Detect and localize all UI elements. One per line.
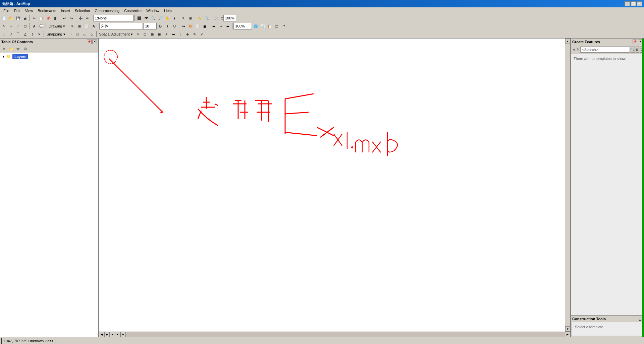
toc-list-by-visibility[interactable]: 👁 [15,46,21,52]
scroll-h-track[interactable] [126,332,565,337]
menu-bookmarks[interactable]: Bookmarks [36,8,58,13]
fill-color-btn[interactable]: 🎨 [187,23,194,29]
menu-view[interactable]: View [23,8,35,13]
font-color-btn[interactable]: A▾ [180,23,187,29]
snapping-dropdown[interactable]: Snapping ▾ [45,31,67,38]
open-button[interactable]: 📂 [8,15,14,21]
toc-close-btn[interactable]: ✕ [92,40,97,44]
draw-tool-2[interactable]: ⊞ [76,23,83,29]
toc-pin-btn[interactable]: 📌 [87,40,92,44]
draw-tool-1[interactable]: ↖ [69,23,76,29]
draw-callout-btn[interactable]: 💬 [38,23,45,29]
add-data-button[interactable]: ➕ [77,15,84,21]
sa-tool-9[interactable]: ✎ [191,31,198,38]
sa-tool-8[interactable]: ⊕ [184,31,191,38]
sa-tool-7[interactable]: ↕ [177,31,184,38]
zoom-out[interactable]: 🔎 [157,15,164,21]
sa-select-btn[interactable]: ↖ [135,31,142,38]
snap-tool-4[interactable]: ∠ [22,31,29,38]
outline-color-btn[interactable]: ⬜ [194,23,201,29]
zoom-dropdown[interactable]: 100% [223,15,236,21]
draw-tool-3[interactable]: ⬜ [83,23,90,29]
snap-tool-6[interactable]: ✕ [36,31,43,38]
menu-edit[interactable]: Edit [12,8,22,13]
print-button[interactable]: 🖨 [22,15,29,21]
toc-list-by-source[interactable]: 📁 [8,46,14,52]
map-canvas[interactable] [99,39,565,332]
layout-view-button[interactable]: 📰 [212,15,219,21]
clear-select-button[interactable]: ⊠ [187,15,194,21]
zoom-to-full-extent[interactable]: ⬛ [136,15,143,21]
menu-file[interactable]: File [1,8,11,13]
scroll-down-btn[interactable]: ▼ [565,326,571,332]
scroll-stop-btn[interactable]: ■ [115,332,120,337]
select-button[interactable]: ↖ [180,15,187,21]
chart-btn[interactable]: 📊 [259,23,266,29]
font-underline-btn[interactable]: U [171,23,178,29]
paste-button[interactable]: 📌 [45,15,52,21]
sa-tool-10[interactable]: ⤢ [198,31,205,38]
sa-tool-2[interactable]: ⬡ [142,31,149,38]
help2-btn[interactable]: ? [280,23,287,29]
sa-tool-3[interactable]: ⊞ [149,31,156,38]
prev-page-btn[interactable]: ◀ [99,332,104,337]
snap-tool-2[interactable]: ↗ [8,31,14,38]
expand-icon[interactable]: ▼ [2,55,5,58]
menu-customize[interactable]: Customize [122,8,144,13]
next-page-btn[interactable]: ▶ [104,332,110,337]
snap-rect-btn[interactable]: ▭ [82,31,88,38]
font-italic-btn[interactable]: I [164,23,171,29]
cf-pin-btn[interactable]: 📌 [633,40,637,44]
identify-button[interactable]: ℹ [171,15,178,21]
map-scrollbar-horizontal[interactable]: ◀ ▶ ◄ ■ ► ▶ [99,332,570,337]
snap-tool-5[interactable]: ⌇ [29,31,36,38]
draw-select-btn[interactable]: ↖ [1,23,7,29]
scroll-h-end-btn[interactable]: ▶ [565,332,570,337]
cf-search-input[interactable] [580,47,630,53]
restore-button[interactable]: ❐ [631,1,636,6]
toc-list-by-drawing-order[interactable]: ≡ [1,46,7,52]
shadow-btn[interactable]: ◼ [201,23,208,29]
snap-tool-1[interactable]: / [1,31,7,38]
zoom-percent-button[interactable]: 100% [226,15,233,21]
cf-org-btn[interactable]: ⊞ [636,47,639,53]
draw-tool-4[interactable]: A [90,23,97,29]
toc-list-by-selection[interactable]: ☑ [22,46,29,52]
map-scrollbar-vertical[interactable]: ▲ ▼ [565,39,570,332]
table-btn[interactable]: 📋 [266,23,273,29]
sa-tool-6[interactable]: ⬅ [170,31,177,38]
align-left-btn[interactable]: ⬅ [210,23,217,29]
draw-point-btn[interactable]: • [8,23,14,29]
cf-search-go-btn[interactable]: 🔍 [631,47,635,53]
scroll-up-btn[interactable]: ▲ [565,39,571,44]
cut-button[interactable]: ✂ [31,15,38,21]
measure-button[interactable]: 📏 [196,15,203,21]
scroll-left-btn[interactable]: ◄ [110,332,115,337]
new-button[interactable]: 📄 [1,15,7,21]
align-right-btn[interactable]: ➡ [224,23,231,29]
sa-tool-5[interactable]: ↗ [163,31,170,38]
cf-back-btn[interactable]: ◄ [572,46,576,53]
delete-button[interactable]: 🗑 [52,15,59,21]
menu-selection[interactable]: Selection [73,8,92,13]
menu-insert[interactable]: Insert [59,8,72,13]
snap-square-btn[interactable]: □ [74,31,81,38]
sa-tool-4[interactable]: ⊠ [156,31,163,38]
menu-geoprocessing[interactable]: Geoprocessing [93,8,121,13]
minimize-button[interactable]: — [625,1,630,6]
font-bold-btn[interactable]: B [157,23,164,29]
copy-button[interactable]: 📋 [38,15,45,21]
pan-button[interactable]: ✋ [164,15,171,21]
layers-badge[interactable]: Layers [12,54,28,59]
undo-button[interactable]: ↩ [61,15,68,21]
save-button[interactable]: 💾 [15,15,21,21]
snap-diamond-btn[interactable]: ◇ [89,31,95,38]
cf-refresh-btn[interactable]: ↻ [576,46,580,53]
menu-window[interactable]: Window [144,8,161,13]
draw-text-btn[interactable]: A [31,23,38,29]
close-button[interactable]: ✕ [637,1,642,6]
layout-btn[interactable]: 🗃 [273,23,280,29]
zoom-to-layer[interactable]: 🗺 [143,15,150,21]
scroll-right-btn[interactable]: ► [120,332,126,337]
align-center-btn[interactable]: ↔ [217,23,224,29]
